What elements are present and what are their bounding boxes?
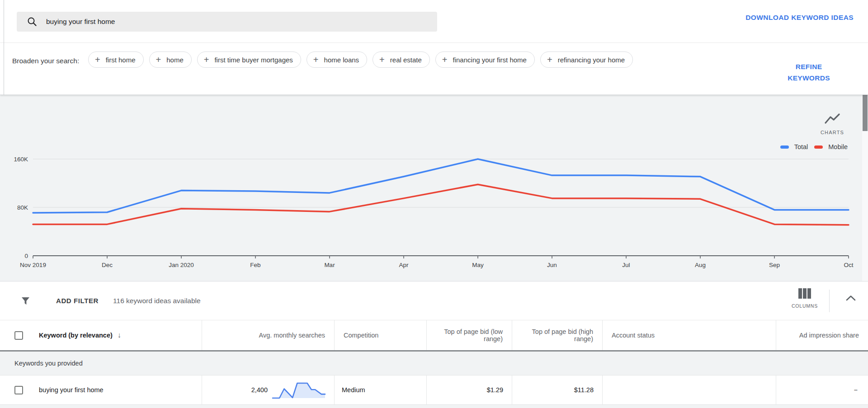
plus-icon: + bbox=[95, 55, 100, 64]
broaden-search-label: Broaden your search: bbox=[0, 43, 88, 94]
svg-text:0: 0 bbox=[24, 253, 28, 259]
search-input[interactable] bbox=[46, 18, 408, 26]
chip-label: home loans bbox=[324, 56, 359, 64]
chip-home[interactable]: +home bbox=[149, 52, 192, 68]
filter-funnel-icon bbox=[21, 297, 30, 305]
columns-button[interactable]: COLUMNS bbox=[788, 288, 821, 309]
svg-text:80K: 80K bbox=[17, 204, 28, 211]
keyword-text: buying your first home bbox=[39, 386, 104, 394]
keyword-ideas-count: 116 keyword ideas available bbox=[113, 297, 201, 305]
chip-real-estate[interactable]: +real estate bbox=[373, 52, 430, 68]
next-section-edge bbox=[0, 405, 868, 408]
plus-icon: + bbox=[379, 55, 385, 64]
chip-label: first time buyer mortgages bbox=[214, 56, 292, 64]
filter-bar: ADD FILTER 116 keyword ideas available C… bbox=[0, 281, 868, 320]
legend-item-mobile[interactable]: Mobile bbox=[814, 143, 848, 150]
broaden-search-section: Broaden your search: +first home +home +… bbox=[0, 43, 868, 95]
legend-label-mobile: Mobile bbox=[828, 143, 848, 150]
keyword-chips: +first home +home +first time buyer mort… bbox=[88, 43, 676, 94]
header-keyword-label: Keyword (by relevance) bbox=[39, 332, 113, 339]
select-all-checkbox[interactable] bbox=[14, 331, 23, 340]
collapse-chevron-up-icon[interactable] bbox=[845, 295, 856, 301]
header-ad-impression-share[interactable]: Ad impression share bbox=[776, 320, 868, 350]
charts-label: CHARTS bbox=[815, 130, 850, 135]
svg-text:Jun: Jun bbox=[547, 262, 557, 268]
sort-descending-icon: ↓ bbox=[118, 331, 121, 339]
svg-text:Sep: Sep bbox=[769, 262, 780, 268]
svg-text:Jul: Jul bbox=[622, 262, 630, 268]
svg-text:Dec: Dec bbox=[102, 262, 113, 268]
chip-refinancing-your-home[interactable]: +refinancing your home bbox=[540, 52, 633, 68]
header-avg-monthly-searches[interactable]: Avg. monthly searches bbox=[202, 320, 334, 350]
trend-chart-section: 080K160KNov 2019DecJan 2020FebMarAprMayJ… bbox=[0, 95, 868, 281]
charts-button[interactable]: CHARTS bbox=[815, 113, 850, 135]
svg-text:Oct: Oct bbox=[844, 262, 853, 268]
svg-text:160K: 160K bbox=[14, 156, 28, 163]
header-account-status[interactable]: Account status bbox=[602, 320, 776, 350]
svg-text:Feb: Feb bbox=[250, 262, 260, 268]
chip-label: financing your first home bbox=[453, 56, 527, 64]
svg-text:Mar: Mar bbox=[324, 262, 335, 268]
svg-text:May: May bbox=[472, 262, 484, 268]
bid-low-cell: $1.29 bbox=[426, 375, 512, 404]
row-checkbox[interactable] bbox=[14, 386, 23, 394]
avg-monthly-searches-value: 2,400 bbox=[251, 386, 268, 394]
search-volume-line-chart: 080K160KNov 2019DecJan 2020FebMarAprMayJ… bbox=[0, 95, 868, 281]
avg-monthly-searches-cell: 2,400 bbox=[202, 375, 334, 404]
svg-text:Aug: Aug bbox=[695, 262, 706, 268]
scrollbar-thumb[interactable] bbox=[863, 95, 868, 131]
svg-text:Apr: Apr bbox=[399, 262, 409, 268]
download-keyword-ideas-link[interactable]: DOWNLOAD KEYWORD IDEAS bbox=[745, 14, 854, 22]
chip-label: first home bbox=[106, 56, 136, 64]
vertical-scrollbar[interactable] bbox=[862, 95, 868, 281]
search-icon bbox=[27, 17, 37, 27]
plus-icon: + bbox=[547, 55, 552, 64]
header-keyword[interactable]: Keyword (by relevance) ↓ bbox=[0, 320, 202, 350]
chip-financing-your-first-home[interactable]: +financing your first home bbox=[435, 52, 535, 68]
svg-text:Nov 2019: Nov 2019 bbox=[20, 262, 46, 268]
chip-label: home bbox=[166, 56, 184, 64]
search-bar-section: DOWNLOAD KEYWORD IDEAS bbox=[0, 0, 868, 43]
plus-icon: + bbox=[313, 55, 319, 64]
account-status-cell bbox=[602, 375, 776, 404]
columns-icon bbox=[798, 288, 811, 299]
mobile-series-swatch bbox=[814, 145, 823, 149]
columns-label: COLUMNS bbox=[788, 303, 821, 309]
add-filter-button[interactable]: ADD FILTER bbox=[56, 297, 99, 305]
plus-icon: + bbox=[442, 55, 448, 64]
toolbar-divider bbox=[829, 290, 830, 312]
ad-impression-share-cell: − bbox=[776, 375, 868, 404]
header-top-of-page-bid-low[interactable]: Top of page bid (low range) bbox=[426, 320, 512, 350]
legend-label-total: Total bbox=[794, 143, 808, 150]
bid-high-cell: $11.28 bbox=[512, 375, 602, 404]
keywords-table-header: Keyword (by relevance) ↓ Avg. monthly se… bbox=[0, 320, 868, 352]
search-trend-sparkline bbox=[271, 380, 327, 400]
side-panel-edge bbox=[4, 0, 4, 95]
chip-label: refinancing your home bbox=[558, 56, 625, 64]
chart-legend: Total Mobile bbox=[780, 143, 848, 150]
group-row-keywords-you-provided: Keywords you provided bbox=[0, 352, 868, 375]
keyword-search-box[interactable] bbox=[17, 12, 437, 32]
chip-first-home[interactable]: +first home bbox=[88, 52, 144, 68]
plus-icon: + bbox=[156, 55, 161, 64]
total-series-swatch bbox=[780, 145, 789, 149]
keyword-cell: buying your first home bbox=[0, 375, 202, 404]
chip-home-loans[interactable]: +home loans bbox=[307, 52, 367, 68]
chip-label: real estate bbox=[390, 56, 422, 64]
competition-cell: Medium bbox=[334, 375, 426, 404]
header-competition[interactable]: Competition bbox=[334, 320, 426, 350]
svg-text:Jan 2020: Jan 2020 bbox=[169, 262, 194, 268]
keyword-row: buying your first home 2,400 Medium $1.2… bbox=[0, 375, 868, 405]
legend-item-total[interactable]: Total bbox=[780, 143, 808, 150]
header-top-of-page-bid-high[interactable]: Top of page bid (high range) bbox=[512, 320, 602, 350]
refine-keywords-link[interactable]: REFINE KEYWORDS bbox=[781, 61, 836, 84]
plus-icon: + bbox=[204, 55, 209, 64]
chip-first-time-buyer-mortgages[interactable]: +first time buyer mortgages bbox=[197, 52, 301, 68]
charts-icon bbox=[824, 113, 840, 125]
